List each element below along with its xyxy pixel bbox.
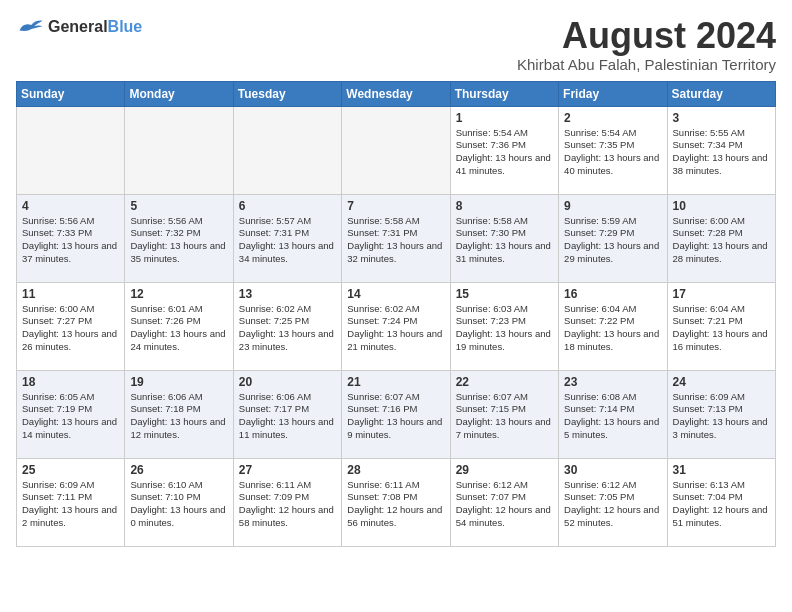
day-info: Sunrise: 6:00 AM Sunset: 7:28 PM Dayligh… bbox=[673, 215, 770, 266]
day-info: Sunrise: 6:09 AM Sunset: 7:11 PM Dayligh… bbox=[22, 479, 119, 530]
calendar-day: 6Sunrise: 5:57 AM Sunset: 7:31 PM Daylig… bbox=[233, 194, 341, 282]
day-number: 30 bbox=[564, 463, 661, 477]
calendar-day: 18Sunrise: 6:05 AM Sunset: 7:19 PM Dayli… bbox=[17, 370, 125, 458]
calendar-day: 21Sunrise: 6:07 AM Sunset: 7:16 PM Dayli… bbox=[342, 370, 450, 458]
calendar-day bbox=[125, 106, 233, 194]
day-info: Sunrise: 6:04 AM Sunset: 7:21 PM Dayligh… bbox=[673, 303, 770, 354]
calendar-day: 20Sunrise: 6:06 AM Sunset: 7:17 PM Dayli… bbox=[233, 370, 341, 458]
calendar-day bbox=[17, 106, 125, 194]
calendar-day bbox=[342, 106, 450, 194]
day-info: Sunrise: 6:04 AM Sunset: 7:22 PM Dayligh… bbox=[564, 303, 661, 354]
day-info: Sunrise: 6:11 AM Sunset: 7:09 PM Dayligh… bbox=[239, 479, 336, 530]
calendar-day: 13Sunrise: 6:02 AM Sunset: 7:25 PM Dayli… bbox=[233, 282, 341, 370]
day-info: Sunrise: 6:03 AM Sunset: 7:23 PM Dayligh… bbox=[456, 303, 553, 354]
calendar-day: 19Sunrise: 6:06 AM Sunset: 7:18 PM Dayli… bbox=[125, 370, 233, 458]
calendar-day: 17Sunrise: 6:04 AM Sunset: 7:21 PM Dayli… bbox=[667, 282, 775, 370]
day-number: 24 bbox=[673, 375, 770, 389]
logo: GeneralBlue bbox=[16, 16, 142, 38]
day-number: 17 bbox=[673, 287, 770, 301]
day-info: Sunrise: 5:54 AM Sunset: 7:35 PM Dayligh… bbox=[564, 127, 661, 178]
main-title: August 2024 bbox=[517, 16, 776, 56]
header: GeneralBlue August 2024 Khirbat Abu Fala… bbox=[16, 16, 776, 73]
day-number: 1 bbox=[456, 111, 553, 125]
day-info: Sunrise: 6:02 AM Sunset: 7:25 PM Dayligh… bbox=[239, 303, 336, 354]
calendar-day: 25Sunrise: 6:09 AM Sunset: 7:11 PM Dayli… bbox=[17, 458, 125, 546]
logo-text: GeneralBlue bbox=[48, 18, 142, 36]
day-number: 25 bbox=[22, 463, 119, 477]
day-number: 21 bbox=[347, 375, 444, 389]
calendar-day: 30Sunrise: 6:12 AM Sunset: 7:05 PM Dayli… bbox=[559, 458, 667, 546]
col-header-thursday: Thursday bbox=[450, 81, 558, 106]
day-number: 31 bbox=[673, 463, 770, 477]
col-header-wednesday: Wednesday bbox=[342, 81, 450, 106]
day-number: 12 bbox=[130, 287, 227, 301]
calendar-day: 23Sunrise: 6:08 AM Sunset: 7:14 PM Dayli… bbox=[559, 370, 667, 458]
calendar-day: 2Sunrise: 5:54 AM Sunset: 7:35 PM Daylig… bbox=[559, 106, 667, 194]
calendar-day: 10Sunrise: 6:00 AM Sunset: 7:28 PM Dayli… bbox=[667, 194, 775, 282]
day-number: 19 bbox=[130, 375, 227, 389]
calendar-day: 3Sunrise: 5:55 AM Sunset: 7:34 PM Daylig… bbox=[667, 106, 775, 194]
day-number: 28 bbox=[347, 463, 444, 477]
day-info: Sunrise: 5:56 AM Sunset: 7:33 PM Dayligh… bbox=[22, 215, 119, 266]
day-info: Sunrise: 6:10 AM Sunset: 7:10 PM Dayligh… bbox=[130, 479, 227, 530]
day-info: Sunrise: 6:07 AM Sunset: 7:15 PM Dayligh… bbox=[456, 391, 553, 442]
day-info: Sunrise: 6:13 AM Sunset: 7:04 PM Dayligh… bbox=[673, 479, 770, 530]
calendar-day: 11Sunrise: 6:00 AM Sunset: 7:27 PM Dayli… bbox=[17, 282, 125, 370]
calendar-day: 7Sunrise: 5:58 AM Sunset: 7:31 PM Daylig… bbox=[342, 194, 450, 282]
day-info: Sunrise: 6:07 AM Sunset: 7:16 PM Dayligh… bbox=[347, 391, 444, 442]
header-row: SundayMondayTuesdayWednesdayThursdayFrid… bbox=[17, 81, 776, 106]
day-info: Sunrise: 5:58 AM Sunset: 7:30 PM Dayligh… bbox=[456, 215, 553, 266]
day-info: Sunrise: 6:02 AM Sunset: 7:24 PM Dayligh… bbox=[347, 303, 444, 354]
day-number: 27 bbox=[239, 463, 336, 477]
day-number: 2 bbox=[564, 111, 661, 125]
day-info: Sunrise: 6:08 AM Sunset: 7:14 PM Dayligh… bbox=[564, 391, 661, 442]
calendar-day: 28Sunrise: 6:11 AM Sunset: 7:08 PM Dayli… bbox=[342, 458, 450, 546]
col-header-friday: Friday bbox=[559, 81, 667, 106]
day-info: Sunrise: 6:12 AM Sunset: 7:07 PM Dayligh… bbox=[456, 479, 553, 530]
calendar-week-5: 25Sunrise: 6:09 AM Sunset: 7:11 PM Dayli… bbox=[17, 458, 776, 546]
logo-general: General bbox=[48, 18, 108, 35]
day-number: 3 bbox=[673, 111, 770, 125]
day-info: Sunrise: 5:55 AM Sunset: 7:34 PM Dayligh… bbox=[673, 127, 770, 178]
calendar-day: 15Sunrise: 6:03 AM Sunset: 7:23 PM Dayli… bbox=[450, 282, 558, 370]
day-info: Sunrise: 6:01 AM Sunset: 7:26 PM Dayligh… bbox=[130, 303, 227, 354]
day-info: Sunrise: 5:58 AM Sunset: 7:31 PM Dayligh… bbox=[347, 215, 444, 266]
calendar-day: 22Sunrise: 6:07 AM Sunset: 7:15 PM Dayli… bbox=[450, 370, 558, 458]
calendar-day bbox=[233, 106, 341, 194]
calendar-day: 26Sunrise: 6:10 AM Sunset: 7:10 PM Dayli… bbox=[125, 458, 233, 546]
calendar-day: 14Sunrise: 6:02 AM Sunset: 7:24 PM Dayli… bbox=[342, 282, 450, 370]
day-number: 13 bbox=[239, 287, 336, 301]
day-info: Sunrise: 5:54 AM Sunset: 7:36 PM Dayligh… bbox=[456, 127, 553, 178]
subtitle: Khirbat Abu Falah, Palestinian Territory bbox=[517, 56, 776, 73]
day-info: Sunrise: 6:05 AM Sunset: 7:19 PM Dayligh… bbox=[22, 391, 119, 442]
calendar-day: 27Sunrise: 6:11 AM Sunset: 7:09 PM Dayli… bbox=[233, 458, 341, 546]
day-number: 18 bbox=[22, 375, 119, 389]
day-info: Sunrise: 6:06 AM Sunset: 7:18 PM Dayligh… bbox=[130, 391, 227, 442]
calendar-day: 5Sunrise: 5:56 AM Sunset: 7:32 PM Daylig… bbox=[125, 194, 233, 282]
day-number: 11 bbox=[22, 287, 119, 301]
calendar-day: 12Sunrise: 6:01 AM Sunset: 7:26 PM Dayli… bbox=[125, 282, 233, 370]
day-info: Sunrise: 6:06 AM Sunset: 7:17 PM Dayligh… bbox=[239, 391, 336, 442]
calendar-week-2: 4Sunrise: 5:56 AM Sunset: 7:33 PM Daylig… bbox=[17, 194, 776, 282]
calendar-day: 16Sunrise: 6:04 AM Sunset: 7:22 PM Dayli… bbox=[559, 282, 667, 370]
day-info: Sunrise: 6:09 AM Sunset: 7:13 PM Dayligh… bbox=[673, 391, 770, 442]
calendar-day: 1Sunrise: 5:54 AM Sunset: 7:36 PM Daylig… bbox=[450, 106, 558, 194]
day-number: 14 bbox=[347, 287, 444, 301]
day-info: Sunrise: 6:00 AM Sunset: 7:27 PM Dayligh… bbox=[22, 303, 119, 354]
day-number: 15 bbox=[456, 287, 553, 301]
calendar-day: 24Sunrise: 6:09 AM Sunset: 7:13 PM Dayli… bbox=[667, 370, 775, 458]
title-area: August 2024 Khirbat Abu Falah, Palestini… bbox=[517, 16, 776, 73]
day-info: Sunrise: 6:11 AM Sunset: 7:08 PM Dayligh… bbox=[347, 479, 444, 530]
day-number: 10 bbox=[673, 199, 770, 213]
day-number: 6 bbox=[239, 199, 336, 213]
day-number: 4 bbox=[22, 199, 119, 213]
col-header-tuesday: Tuesday bbox=[233, 81, 341, 106]
logo-bird-icon bbox=[16, 16, 44, 38]
day-info: Sunrise: 5:57 AM Sunset: 7:31 PM Dayligh… bbox=[239, 215, 336, 266]
calendar-day: 31Sunrise: 6:13 AM Sunset: 7:04 PM Dayli… bbox=[667, 458, 775, 546]
col-header-saturday: Saturday bbox=[667, 81, 775, 106]
day-number: 5 bbox=[130, 199, 227, 213]
day-info: Sunrise: 5:59 AM Sunset: 7:29 PM Dayligh… bbox=[564, 215, 661, 266]
calendar-day: 4Sunrise: 5:56 AM Sunset: 7:33 PM Daylig… bbox=[17, 194, 125, 282]
day-number: 9 bbox=[564, 199, 661, 213]
